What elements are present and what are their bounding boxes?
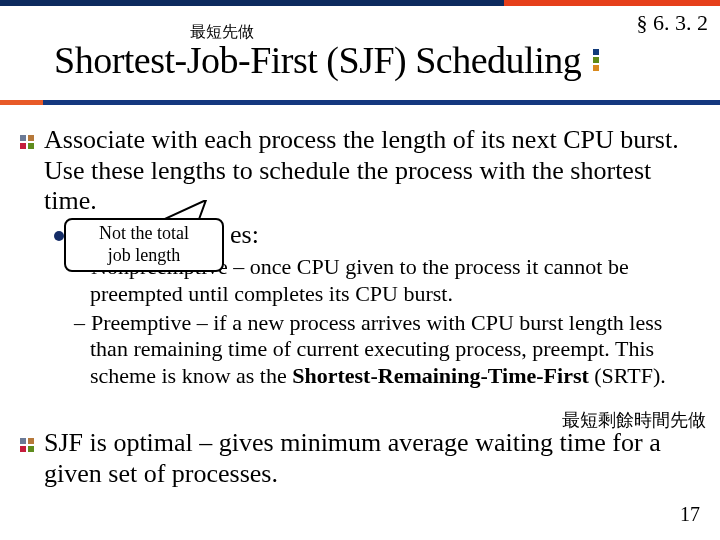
bullet-1-text: Associate with each process the length o… [44,125,704,217]
bullet-2b-bold: Shortest-Remaining-Time-First [292,363,589,388]
sub-bullets: –Nonpreemptive – once CPU given to the p… [20,252,704,390]
top-border [0,0,720,6]
bullet-3: SJF is optimal – gives minimum average w… [20,428,704,489]
bullet-3-text: SJF is optimal – gives minimum average w… [44,428,704,489]
callout-box: Not the total job length [64,218,224,272]
slide: § 6. 3. 2 最短先做 Shortest-Job-First (SJF) … [0,0,720,540]
section-reference: § 6. 3. 2 [637,10,709,36]
bullet-2-dot-icon [54,231,64,241]
divider [0,100,720,105]
title-row: Shortest-Job-First (SJF) Scheduling [54,38,708,82]
callout-line1: Not the total [99,223,189,243]
title-decoration-icon [593,49,599,71]
page-number: 17 [680,503,700,526]
bullet-2-tail: es: [230,220,259,250]
callout-line2: job length [108,245,181,265]
bullet-icon [20,135,34,149]
bullet-2b-post: (SRTF). [589,363,666,388]
bullet-1: Associate with each process the length o… [20,125,704,217]
bullet-3-wrap: SJF is optimal – gives minimum average w… [20,428,704,489]
page-title: Shortest-Job-First (SJF) Scheduling [54,38,581,82]
dash-icon: – [74,310,91,335]
content-area: Associate with each process the length o… [20,115,704,217]
bullet-2b: –Preemptive – if a new process arrives w… [74,310,704,390]
bullet-icon [20,438,34,452]
